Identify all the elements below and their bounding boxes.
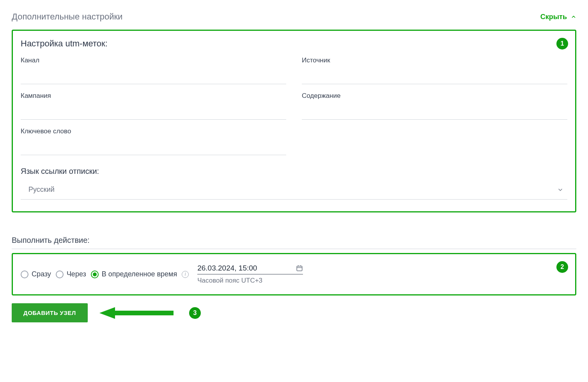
calendar-icon: [296, 265, 303, 272]
radio-immediately[interactable]: Сразу: [21, 270, 51, 278]
radio-circle-icon: [21, 271, 28, 278]
add-node-button[interactable]: ДОБАВИТЬ УЗЕЛ: [12, 303, 88, 322]
radio-immediately-label: Сразу: [32, 270, 51, 278]
annotation-arrow: [99, 305, 177, 321]
annotation-badge-1: 1: [556, 38, 568, 50]
chevron-down-icon: [557, 187, 563, 193]
channel-label: Канал: [21, 57, 286, 64]
chevron-up-icon: [571, 14, 576, 19]
campaign-label: Кампания: [21, 92, 286, 100]
keyword-input[interactable]: [21, 138, 286, 155]
hide-toggle[interactable]: Скрыть: [540, 13, 576, 21]
radio-at-time[interactable]: В определенное время: [91, 270, 177, 278]
info-icon[interactable]: i: [182, 271, 189, 278]
utm-section-title: Настройка utm-меток:: [21, 39, 567, 49]
radio-after[interactable]: Через: [56, 270, 86, 278]
page-title: Дополнительные настройки: [12, 12, 122, 22]
datetime-input[interactable]: 26.03.2024, 15:00: [197, 264, 303, 274]
arrow-left-icon: [99, 305, 177, 321]
radio-after-label: Через: [67, 270, 86, 278]
language-selected-value: Русский: [28, 186, 55, 194]
radio-dot-icon: [93, 272, 97, 276]
content-input[interactable]: [302, 103, 567, 120]
radio-circle-selected-icon: [91, 271, 99, 278]
source-input[interactable]: [302, 67, 567, 84]
keyword-label: Ключевое слово: [21, 127, 286, 135]
annotation-badge-2: 2: [556, 261, 568, 273]
language-title: Язык ссылки отписки:: [21, 167, 567, 176]
utm-settings-panel: 1 Настройка utm-меток: Канал Источник Ка…: [12, 30, 576, 212]
annotation-badge-3: 3: [189, 307, 201, 319]
radio-circle-icon: [56, 271, 64, 278]
content-label: Содержание: [302, 92, 567, 100]
source-label: Источник: [302, 57, 567, 64]
campaign-input[interactable]: [21, 103, 286, 120]
svg-marker-4: [99, 307, 174, 319]
timezone-text: Часовой пояс UTC+3: [197, 277, 303, 285]
action-panel: 2 Сразу Через В определенное время i 26.…: [12, 253, 576, 295]
svg-rect-0: [297, 266, 303, 271]
channel-input[interactable]: [21, 67, 286, 84]
language-select[interactable]: Русский: [21, 182, 567, 200]
datetime-value: 26.03.2024, 15:00: [197, 264, 257, 272]
action-title: Выполнить действие:: [12, 236, 576, 249]
radio-at-time-label: В определенное время: [102, 270, 177, 278]
hide-label: Скрыть: [540, 13, 567, 21]
